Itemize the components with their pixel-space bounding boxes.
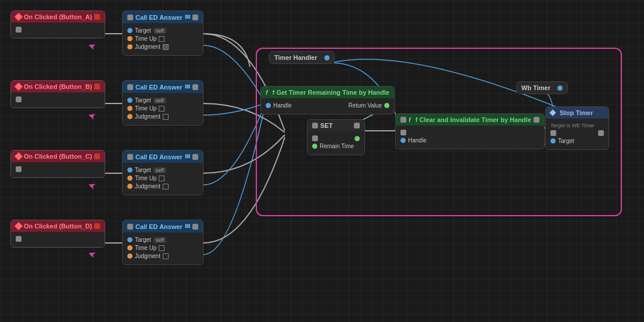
mail-icon-a: ✉ bbox=[185, 13, 190, 21]
exec-in-c bbox=[127, 154, 133, 160]
exec-out-pin-b bbox=[16, 96, 22, 102]
target-pin-d bbox=[127, 237, 133, 242]
mail-icon-c: ✉ bbox=[185, 153, 190, 160]
judgment-pin-a bbox=[127, 44, 133, 49]
target-label-a: Target bbox=[135, 27, 151, 34]
stop-target-pin bbox=[550, 138, 556, 144]
on-clicked-c-body bbox=[11, 162, 105, 177]
exec-in-a bbox=[127, 15, 133, 20]
time-up-row-c: Time Up bbox=[127, 175, 198, 181]
call-ed-d-label: Call ED Answer bbox=[135, 223, 183, 230]
exec-out-pin-d bbox=[16, 236, 22, 242]
self-tag-a: self bbox=[153, 28, 166, 34]
judgment-cb-a[interactable] bbox=[163, 44, 169, 50]
exec-in-d bbox=[127, 224, 133, 230]
on-clicked-button-a-node: On Clicked (Button_A) bbox=[10, 10, 105, 38]
on-clicked-a-label: On Clicked (Button_A) bbox=[24, 13, 92, 20]
handle-label: Handle bbox=[273, 102, 292, 109]
call-ed-c-label: Call ED Answer bbox=[135, 153, 183, 160]
clear-exec2-in bbox=[400, 130, 406, 135]
on-clicked-c-label: On Clicked (Button_C) bbox=[24, 153, 92, 160]
on-clicked-d-header: On Clicked (Button_D) bbox=[11, 220, 105, 232]
exec-out-d bbox=[192, 224, 198, 230]
call-ed-a-body: Target self Time Up Judgment bbox=[123, 23, 203, 55]
call-ed-answer-d-node: Call ED Answer ✉ Target self Time Up Jud… bbox=[122, 220, 203, 265]
wb-timer-out-pin bbox=[557, 85, 563, 91]
set-header: SET bbox=[307, 120, 364, 131]
func-icon: f bbox=[266, 89, 268, 96]
on-clicked-button-b-node: On Clicked (Button_B) bbox=[10, 80, 105, 108]
timer-handler-out-pin bbox=[324, 55, 330, 60]
handle-in-pin bbox=[266, 103, 271, 108]
set-label: SET bbox=[320, 122, 332, 129]
judgment-row-d: Judgment bbox=[127, 253, 198, 259]
diamond-icon-a bbox=[15, 13, 23, 21]
remain-time-label: Remain Time bbox=[320, 143, 354, 149]
clear-body: Handle bbox=[396, 126, 544, 149]
target-row-c: Target self bbox=[127, 167, 198, 173]
exec-out-b bbox=[192, 84, 198, 90]
self-tag-d: self bbox=[153, 237, 166, 243]
time-up-cb-d[interactable] bbox=[159, 245, 164, 251]
return-value-label: Return Value bbox=[348, 102, 382, 109]
stop-timer-body: Target is Wb Timer Target bbox=[546, 119, 609, 149]
on-clicked-button-d-node: On Clicked (Button_D) bbox=[10, 220, 105, 248]
stop-exec-out bbox=[598, 130, 604, 136]
self-tag-b: self bbox=[153, 98, 166, 103]
clear-header: f f Clear and Invalidate Timer by Handle bbox=[396, 114, 544, 126]
red-badge-a bbox=[94, 14, 100, 20]
exec-in-b bbox=[127, 84, 133, 90]
handle-clear-pin bbox=[400, 138, 406, 143]
judgment-cb-b[interactable] bbox=[163, 114, 169, 120]
time-up-cb-a[interactable] bbox=[159, 36, 164, 42]
stop-exec-in bbox=[550, 130, 556, 136]
clear-label: f Clear and Invalidate Timer by Handle bbox=[416, 116, 531, 123]
stop-target-label: Target bbox=[558, 138, 574, 144]
judgment-cb-d[interactable] bbox=[163, 253, 169, 259]
call-ed-c-body: Target self Time Up Judgment bbox=[123, 163, 203, 195]
call-ed-b-label: Call ED Answer bbox=[135, 84, 183, 91]
handle-clear-label: Handle bbox=[408, 137, 427, 144]
time-up-label-b: Time Up bbox=[135, 105, 156, 112]
diamond-icon-b bbox=[15, 83, 23, 91]
call-ed-answer-a-node: Call ED Answer ✉ Target self Time Up Jud… bbox=[122, 10, 203, 56]
on-clicked-d-body bbox=[11, 232, 105, 247]
time-up-cb-c[interactable] bbox=[159, 176, 164, 181]
call-ed-a-label: Call ED Answer bbox=[135, 14, 183, 21]
stop-timer-label: Stop Timer bbox=[560, 109, 593, 116]
call-ed-answer-b-node: Call ED Answer ✉ Target self Time Up Jud… bbox=[122, 80, 203, 126]
time-up-pin-a bbox=[127, 36, 133, 41]
call-ed-b-header: Call ED Answer ✉ bbox=[123, 81, 203, 93]
target-pin-c bbox=[127, 167, 133, 173]
time-up-row-b: Time Up bbox=[127, 105, 198, 112]
judgment-label-c: Judgment bbox=[135, 183, 160, 189]
target-row-a: Target self bbox=[127, 27, 198, 34]
time-up-pin-b bbox=[127, 106, 133, 111]
judgment-pin-b bbox=[127, 114, 133, 119]
pink-arrow-b: ➤ bbox=[87, 109, 98, 122]
stop-diamond-icon bbox=[549, 109, 556, 116]
stop-timer-node: Stop Timer Target is Wb Timer Target bbox=[545, 106, 609, 150]
time-up-cb-b[interactable] bbox=[159, 106, 164, 112]
time-up-pin-c bbox=[127, 176, 133, 181]
pink-arrow-d: ➤ bbox=[87, 248, 98, 260]
clear-exec-in bbox=[400, 117, 406, 123]
time-up-label-d: Time Up bbox=[135, 245, 156, 251]
on-clicked-c-header: On Clicked (Button_C) bbox=[11, 151, 105, 162]
timer-handler-label: Timer Handler bbox=[274, 54, 317, 61]
stop-timer-header: Stop Timer bbox=[546, 107, 609, 119]
call-ed-d-header: Call ED Answer ✉ bbox=[123, 220, 203, 232]
mail-icon-b: ✉ bbox=[185, 83, 190, 91]
target-pin-b bbox=[127, 98, 133, 103]
judgment-label-a: Judgment bbox=[135, 44, 160, 50]
remain-time-in-pin bbox=[312, 144, 317, 149]
on-clicked-d-label: On Clicked (Button_D) bbox=[24, 223, 92, 230]
on-clicked-b-header: On Clicked (Button_B) bbox=[11, 81, 105, 92]
judgment-row-b: Judgment bbox=[127, 113, 198, 120]
diamond-icon-d bbox=[15, 222, 23, 230]
judgment-cb-c[interactable] bbox=[163, 184, 169, 189]
on-clicked-b-label: On Clicked (Button_B) bbox=[24, 83, 92, 90]
get-timer-label: f Get Timer Remaining Time by Handle bbox=[273, 89, 389, 96]
pink-arrow-a: ➤ bbox=[87, 40, 98, 52]
judgment-pin-d bbox=[127, 253, 133, 259]
